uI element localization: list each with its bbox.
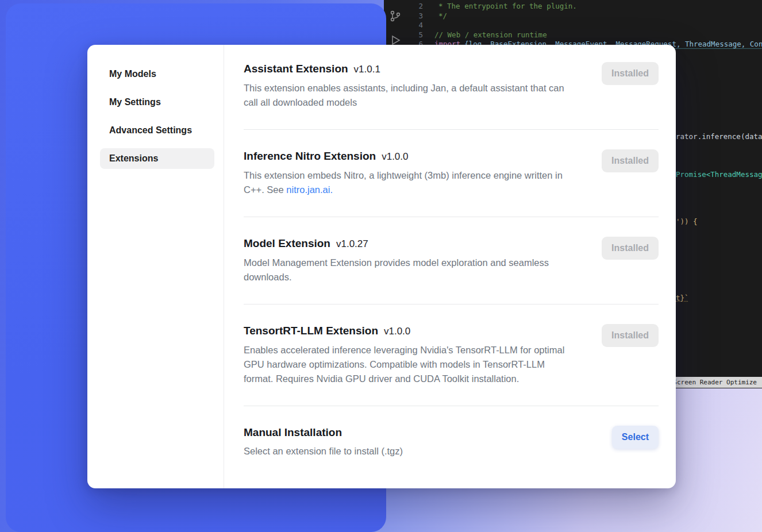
- divider: [244, 217, 659, 217]
- code-comment: */: [434, 11, 447, 21]
- line-number: 4: [406, 21, 423, 30]
- installed-button[interactable]: Installed: [602, 62, 659, 85]
- installed-button[interactable]: Installed: [602, 149, 659, 172]
- extension-name: Assistant Extensionv1.0.1: [244, 62, 576, 76]
- manual-installation-description: Select an extension file to install (.tg…: [244, 444, 403, 458]
- code-area: 2 * The entrypoint for the plugin. 3 */ …: [406, 2, 762, 49]
- divider: [244, 406, 659, 406]
- code-fragment: rator.inference(data));: [676, 132, 762, 141]
- extension-name: Inference Nitro Extensionv1.0.0: [244, 149, 576, 163]
- extension-row: TensortRT-LLM Extensionv1.0.0 Enables ac…: [244, 324, 659, 386]
- nitro-link[interactable]: nitro.jan.ai.: [286, 184, 333, 195]
- manual-installation-row: Manual Installation Select an extension …: [244, 426, 659, 458]
- extension-version: v1.0.1: [354, 64, 380, 75]
- code-line: 3 */: [406, 11, 762, 21]
- screen-reader-badge[interactable]: Screen Reader Optimize: [668, 377, 762, 388]
- extension-description: Model Management Extension provides mode…: [244, 256, 576, 284]
- code-fragment: ')) {: [676, 217, 698, 226]
- extension-description: Enables accelerated inference leveraging…: [244, 343, 576, 386]
- installed-button[interactable]: Installed: [602, 324, 659, 347]
- divider: [244, 304, 659, 304]
- line-number: 2: [406, 2, 423, 11]
- sidebar-item-my-models[interactable]: My Models: [100, 64, 214, 84]
- installed-button[interactable]: Installed: [602, 237, 659, 260]
- code-fragment: t}`: [676, 294, 689, 303]
- manual-installation-title-text: Manual Installation: [244, 426, 342, 438]
- select-button[interactable]: Select: [612, 426, 659, 449]
- sidebar-item-my-settings[interactable]: My Settings: [100, 92, 214, 113]
- divider: [244, 129, 659, 130]
- sidebar-item-extensions[interactable]: Extensions: [100, 148, 214, 169]
- extension-version: v1.0.27: [336, 238, 368, 249]
- code-line: 2 * The entrypoint for the plugin.: [406, 2, 762, 11]
- extension-name: TensortRT-LLM Extensionv1.0.0: [244, 324, 576, 338]
- extension-name-text: TensortRT-LLM Extension: [244, 325, 378, 337]
- extension-description: This extension enables assistants, inclu…: [244, 81, 576, 110]
- extension-version: v1.0.0: [382, 151, 408, 162]
- code-fragment: Promise<ThreadMessage>: [676, 170, 762, 179]
- line-number: 3: [406, 11, 423, 21]
- line-number: 5: [406, 30, 423, 40]
- code-comment: // Web / extension runtime: [434, 30, 547, 40]
- extension-row: Inference Nitro Extensionv1.0.0 This ext…: [244, 149, 659, 197]
- extension-name: Model Extensionv1.0.27: [244, 237, 576, 250]
- extension-name-text: Inference Nitro Extension: [244, 150, 376, 162]
- extension-name-text: Assistant Extension: [244, 63, 348, 75]
- extension-description: This extension embeds Nitro, a lightweig…: [244, 168, 576, 197]
- source-control-icon[interactable]: [388, 9, 402, 23]
- code-comment: * The entrypoint for the plugin.: [434, 2, 577, 11]
- extension-name-text: Model Extension: [244, 237, 330, 249]
- settings-modal: My Models My Settings Advanced Settings …: [87, 45, 676, 488]
- extensions-panel: Assistant Extensionv1.0.1 This extension…: [224, 45, 676, 488]
- extension-version: v1.0.0: [384, 326, 410, 337]
- manual-installation-title: Manual Installation: [244, 426, 403, 439]
- extension-row: Assistant Extensionv1.0.1 This extension…: [244, 62, 659, 110]
- settings-sidebar: My Models My Settings Advanced Settings …: [87, 45, 224, 488]
- sidebar-item-advanced-settings[interactable]: Advanced Settings: [100, 120, 214, 141]
- code-line: 4: [406, 21, 762, 30]
- extension-row: Model Extensionv1.0.27 Model Management …: [244, 237, 659, 284]
- code-line: 5 // Web / extension runtime: [406, 30, 762, 40]
